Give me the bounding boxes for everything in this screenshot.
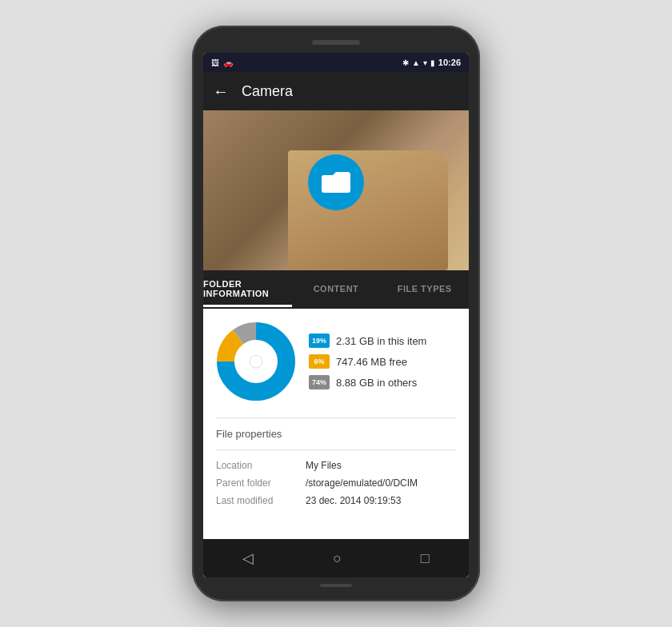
legend-text-2: 747.46 MB free xyxy=(336,356,407,368)
nav-recent-button[interactable]: □ xyxy=(421,550,430,567)
donut-chart xyxy=(216,321,296,401)
chart-legend: 19% 2.31 GB in this item 6% 747.46 MB fr… xyxy=(309,333,426,389)
svg-rect-0 xyxy=(322,175,350,193)
tab-folder-information-label: FOLDER INFORMATION xyxy=(203,279,292,298)
nav-bar: ◁ ○ □ xyxy=(203,539,469,577)
app-header: ← Camera xyxy=(203,72,469,110)
divider-1 xyxy=(216,417,456,418)
status-icons-right: ✱ ▲ ▾ ▮ 10:26 xyxy=(402,58,461,67)
prop-row-modified: Last modified 23 dec. 2014 09:19:53 xyxy=(216,495,456,506)
legend-text-3: 8.88 GB in others xyxy=(336,377,417,389)
prop-label-location: Location xyxy=(216,460,296,471)
tab-content[interactable]: CONTENT xyxy=(292,270,381,307)
car-status-icon: 🚗 xyxy=(223,58,233,67)
tab-folder-information[interactable]: FOLDER INFORMATION xyxy=(203,270,292,307)
wifi-icon: ▾ xyxy=(423,58,427,67)
nav-home-button[interactable]: ○ xyxy=(333,550,342,567)
legend-item-3: 74% 8.88 GB in others xyxy=(309,375,426,389)
legend-text-1: 2.31 GB in this item xyxy=(336,335,426,347)
status-icons-left: 🖼 🚗 xyxy=(211,58,233,67)
folder-icon-circle xyxy=(308,154,364,210)
legend-item-2: 6% 747.46 MB free xyxy=(309,354,426,369)
prop-value-location: My Files xyxy=(306,460,342,471)
phone-home-indicator xyxy=(320,584,352,587)
tab-content-label: CONTENT xyxy=(314,284,359,294)
legend-badge-2: 6% xyxy=(309,354,330,369)
prop-row-location: Location My Files xyxy=(216,460,456,471)
signal-icon: ▲ xyxy=(412,58,420,67)
legend-badge-1: 19% xyxy=(309,333,330,348)
chart-row: 19% 2.31 GB in this item 6% 747.46 MB fr… xyxy=(216,321,456,401)
svg-point-5 xyxy=(250,355,262,368)
tab-file-types-label: FILE TYPES xyxy=(398,284,452,294)
nav-back-button[interactable]: ◁ xyxy=(242,549,254,567)
phone-speaker xyxy=(312,40,360,45)
prop-label-modified: Last modified xyxy=(216,495,296,506)
tabs-bar: FOLDER INFORMATION CONTENT FILE TYPES xyxy=(203,270,469,309)
prop-row-parent: Parent folder /storage/emulated/0/DCIM xyxy=(216,477,456,489)
legend-badge-3: 74% xyxy=(309,375,330,389)
battery-icon: ▮ xyxy=(430,58,435,67)
tab-file-types[interactable]: FILE TYPES xyxy=(380,270,469,307)
divider-2 xyxy=(216,449,456,450)
phone-screen: 🖼 🚗 ✱ ▲ ▾ ▮ 10:26 ← Camera xyxy=(203,53,469,577)
legend-item-1: 19% 2.31 GB in this item xyxy=(309,333,426,348)
back-button[interactable]: ← xyxy=(213,82,229,101)
prop-value-parent: /storage/emulated/0/DCIM xyxy=(306,477,418,489)
bluetooth-icon: ✱ xyxy=(402,58,409,67)
folder-icon xyxy=(322,170,350,194)
status-time: 10:26 xyxy=(438,58,461,67)
app-title: Camera xyxy=(242,83,293,100)
image-status-icon: 🖼 xyxy=(211,58,219,67)
camera-area xyxy=(203,110,469,270)
content-area: 19% 2.31 GB in this item 6% 747.46 MB fr… xyxy=(203,309,469,539)
prop-label-parent: Parent folder xyxy=(216,477,296,489)
prop-value-modified: 23 dec. 2014 09:19:53 xyxy=(306,495,401,506)
status-bar: 🖼 🚗 ✱ ▲ ▾ ▮ 10:26 xyxy=(203,53,469,72)
phone-device: 🖼 🚗 ✱ ▲ ▾ ▮ 10:26 ← Camera xyxy=(192,26,480,601)
file-properties-title: File properties xyxy=(216,428,456,440)
